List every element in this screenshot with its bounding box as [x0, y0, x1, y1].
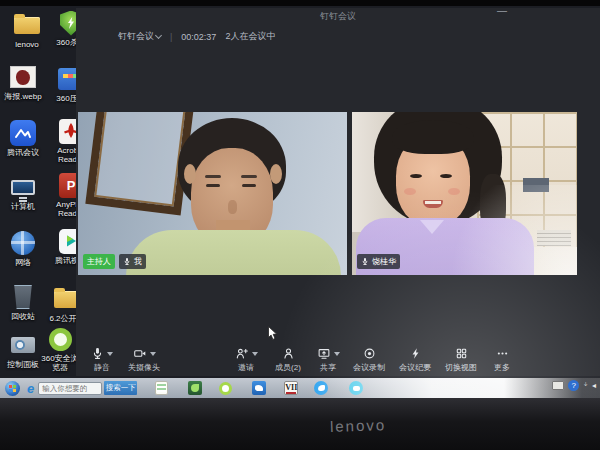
caret-down-icon[interactable] [334, 352, 340, 356]
meeting-app-menu[interactable]: 钉钉会议 [118, 30, 161, 43]
meeting-participant-count: 2人在会议中 [225, 30, 275, 43]
person-add-icon [235, 347, 249, 360]
share-screen-button[interactable]: 共享 [310, 347, 346, 373]
system-tray: ? ᛎ ◂ [552, 380, 596, 391]
minimize-button[interactable]: — [494, 8, 510, 18]
host-ear [184, 164, 196, 184]
button-label: 会议录制 [353, 362, 385, 373]
windows-logo-icon [9, 385, 16, 392]
guest-collar [420, 220, 444, 234]
tray-help-icon[interactable]: ? [568, 380, 579, 391]
control-panel-icon [11, 337, 35, 353]
recycle-bin-icon [13, 285, 33, 309]
shelf-box [523, 178, 549, 192]
minutes-button[interactable]: 会议纪要 [392, 347, 438, 373]
host-name-badge: 我 [119, 254, 146, 269]
button-label: 静音 [94, 362, 110, 373]
tencent-meeting-icon [10, 120, 36, 146]
mic-icon [123, 257, 131, 266]
taskbar-search-button[interactable]: 搜索一下 [104, 381, 137, 395]
meeting-window: 钉钉会议 钉钉会议 | 00:02:37 2人在会议中 [76, 8, 600, 376]
taskbar-360browser-icon[interactable] [218, 381, 233, 396]
divider: | [170, 32, 172, 42]
button-label: 关摄像头 [128, 362, 160, 373]
desktop-icon-computer[interactable]: 计算机 [0, 172, 46, 211]
windows-taskbar: e 搜索一下 VII [0, 378, 600, 398]
button-label: 更多 [494, 362, 510, 373]
desktop-icon-network[interactable]: 网络 [0, 228, 46, 267]
meeting-timer: 00:02:37 [181, 32, 216, 42]
start-button[interactable] [5, 381, 20, 396]
host-shirt [126, 230, 341, 275]
invite-button[interactable]: 邀请 [226, 347, 266, 373]
browser-ring-icon [49, 328, 72, 351]
taskbar-dingtalk-icon[interactable] [314, 381, 328, 395]
grid-icon [455, 347, 468, 360]
vii-label: VII [285, 383, 297, 392]
caret-down-icon[interactable] [107, 352, 113, 356]
desktop-icon-360-browser[interactable]: 360安全浏览器 [40, 324, 80, 372]
share-screen-icon [317, 347, 331, 360]
desktop-icon-label: 海报.webp [0, 92, 46, 101]
desktop-icon-label: 网络 [0, 258, 46, 267]
button-label: 共享 [320, 362, 336, 373]
switch-view-button[interactable]: 切换视图 [438, 347, 484, 373]
camera-icon [133, 347, 147, 360]
host-ear [270, 164, 282, 184]
more-dots-icon [496, 347, 509, 360]
tray-network-icon[interactable]: ᛎ [583, 382, 588, 390]
taskbar-meeting-app-icon[interactable] [349, 381, 363, 395]
video-tile-guest: 饶桂华 [352, 112, 577, 275]
desktop-icon-label: 回收站 [0, 312, 46, 321]
members-button[interactable]: 成员(2) [266, 347, 310, 373]
laptop-photo: lenovo 360杀毒 海报.webp 360压缩 腾讯会议 Acrobat … [0, 0, 600, 450]
record-icon [363, 347, 376, 360]
taskbar-notepad-icon[interactable] [155, 381, 168, 395]
desktop-icon-label: 计算机 [0, 202, 46, 211]
lenovo-brand-text: lenovo [330, 416, 387, 435]
tray-keyboard-icon[interactable] [552, 381, 564, 390]
meeting-info-bar: 钉钉会议 | 00:02:37 2人在会议中 [118, 30, 275, 43]
mic-icon [361, 257, 369, 266]
button-label: 邀请 [238, 362, 254, 373]
laptop-bezel-bottom [0, 398, 600, 450]
button-label: 成员(2) [275, 362, 301, 373]
network-globe-icon [11, 231, 35, 255]
book-stack [537, 230, 571, 246]
taskbar-vii-app-icon[interactable]: VII [284, 381, 298, 395]
video-tile-host: 主持人 我 [78, 112, 347, 275]
more-button[interactable]: 更多 [484, 347, 520, 373]
guest-bangs [392, 120, 474, 154]
lightning-icon [409, 347, 422, 360]
ie-icon[interactable]: e [27, 381, 34, 396]
image-file-icon [10, 66, 36, 88]
record-button[interactable]: 会议录制 [346, 347, 392, 373]
host-name-text: 我 [134, 256, 142, 267]
button-label: 切换视图 [445, 362, 477, 373]
mic-icon [91, 347, 104, 360]
host-role-badge: 主持人 [83, 254, 115, 269]
desktop-icon-lenovo[interactable]: lenovo [4, 10, 50, 49]
window-title: 钉钉会议 [76, 10, 600, 23]
desktop-icon-label: lenovo [4, 40, 50, 49]
chevron-down-icon [155, 32, 162, 39]
desktop-icon-label: 腾讯会议 [0, 148, 46, 157]
camera-off-button[interactable]: 关摄像头 [120, 347, 168, 373]
folder-icon [14, 17, 40, 34]
caret-down-icon[interactable] [150, 352, 156, 356]
meeting-app-label: 钉钉会议 [118, 30, 154, 43]
person-icon [282, 347, 295, 360]
desktop-icon-tencent-meeting[interactable]: 腾讯会议 [0, 118, 46, 157]
taskbar-blue-app-icon[interactable] [252, 381, 266, 395]
desktop-icon-label: 360安全浏览器 [40, 354, 80, 372]
taskbar-search-input[interactable] [38, 382, 102, 395]
mouse-cursor [268, 326, 279, 345]
guest-name-text: 饶桂华 [372, 256, 396, 267]
mute-button[interactable]: 静音 [84, 347, 120, 373]
taskbar-green-app-icon[interactable] [188, 381, 202, 395]
caret-down-icon[interactable] [252, 352, 258, 356]
tray-volume-icon[interactable]: ◂ [592, 382, 596, 390]
desktop-icon-image-file[interactable]: 海报.webp [0, 62, 46, 101]
computer-icon [11, 180, 35, 195]
desktop-icon-recycle-bin[interactable]: 回收站 [0, 282, 46, 321]
